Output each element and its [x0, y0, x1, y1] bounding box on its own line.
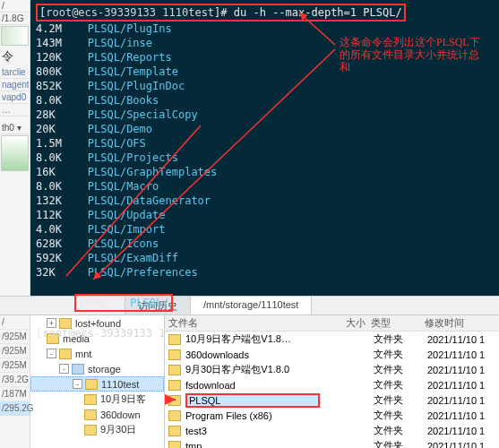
- file-row[interactable]: 360downloads文件夹2021/11/10 1: [165, 347, 499, 362]
- du-row: 28K PLSQL/SpecialCopy: [36, 108, 494, 122]
- file-date: 2021/11/10 1: [427, 410, 499, 421]
- file-name: fsdownload: [185, 380, 320, 391]
- total-size: 169M: [78, 297, 104, 309]
- file-name: 9月30日客户端包V1.8.0: [185, 363, 320, 376]
- tree-label: 9月30日: [100, 423, 136, 436]
- tree-item[interactable]: 360down: [30, 407, 164, 422]
- stat: vapd0: [0, 91, 30, 104]
- file-date: 2021/11/10 1: [427, 380, 499, 391]
- du-command: du -h --max-depth=1 PLSQL/: [234, 6, 402, 19]
- file-list-header: 文件名 大小 类型 修改时间: [165, 315, 499, 332]
- left-stats-panel: / /1.8G 令 tarclie nagent vapd0 … th0 ▾: [0, 0, 30, 296]
- stat: …: [0, 104, 30, 116]
- file-row[interactable]: 9月30日客户端包V1.8.0文件夹2021/11/10 1: [165, 362, 499, 377]
- du-row: 8.0K PLSQL/Macro: [36, 179, 494, 194]
- expand-icon[interactable]: -: [73, 379, 82, 389]
- folder-icon: [168, 426, 181, 436]
- du-row: 4.2M PLSQL/PlugIns: [36, 22, 494, 36]
- du-row: 20K PLSQL/Demo: [36, 122, 494, 136]
- file-date: 2021/11/10 1: [427, 334, 499, 345]
- file-type: 文件夹: [374, 332, 427, 346]
- col-name[interactable]: 文件名: [165, 316, 317, 330]
- folder-icon: [168, 395, 181, 406]
- col-date[interactable]: 修改时间: [425, 316, 499, 330]
- file-name: test3: [185, 426, 320, 436]
- stat: tarclie: [0, 66, 30, 79]
- file-row[interactable]: Program Files (x86)文件夹2021/11/10 1: [165, 408, 499, 423]
- file-row[interactable]: test3文件夹2021/11/10 1: [165, 423, 499, 438]
- du-row: 628K PLSQL/Icons: [36, 237, 494, 251]
- terminal[interactable]: [root@ecs-39339133 1110test]# du -h --ma…: [30, 0, 499, 296]
- folder-icon: [168, 365, 181, 375]
- annotation-text: 这条命令会列出这个PLSQL下 的所有文件目录大小并统计总 和: [340, 36, 492, 73]
- du-row: 16K PLSQL/GraphTemplates: [36, 165, 494, 179]
- folder-icon: [84, 409, 97, 420]
- tree-label: 10月9日客: [100, 392, 146, 406]
- file-name: PLSQL: [185, 393, 320, 408]
- file-row[interactable]: fsdownload文件夹2021/11/10 1: [165, 377, 499, 392]
- file-name: Program Files (x86): [185, 410, 320, 421]
- tree-item[interactable]: -mnt: [30, 346, 164, 361]
- side-stat: /295.2G: [0, 401, 30, 416]
- side-stat: /925M: [0, 358, 30, 373]
- du-row: 112K PLSQL/Update: [36, 208, 494, 222]
- folder-icon: [84, 425, 97, 435]
- file-date: 2021/11/10 1: [427, 349, 499, 360]
- side-stat: /187M: [0, 387, 30, 401]
- file-name: tmp: [185, 441, 320, 449]
- tree-item[interactable]: 9月30日: [30, 422, 164, 437]
- side-stat: /39.2G: [0, 373, 30, 387]
- du-row: 8.0K PLSQL/Books: [36, 93, 494, 108]
- file-date: 2021/11/10 1: [427, 426, 499, 436]
- col-type[interactable]: 类型: [371, 316, 425, 330]
- folder-icon: [72, 364, 84, 375]
- folder-icon: [59, 349, 72, 359]
- file-name: 360downloads: [185, 349, 320, 360]
- file-list-panel[interactable]: 文件名 大小 类型 修改时间 10月9日客户端包V1.8…文件夹2021/11/…: [165, 315, 499, 448]
- prompt-host: root@ecs-39339133 1110test: [46, 6, 214, 19]
- side-stat: /925M: [0, 344, 30, 358]
- folder-icon: [168, 410, 181, 421]
- file-name: 10月9日客户端包V1.8…: [185, 332, 320, 346]
- file-type: 文件夹: [374, 393, 427, 407]
- tree-label: storage: [88, 364, 121, 375]
- folder-icon: [168, 349, 181, 360]
- col-size[interactable]: 大小: [317, 316, 371, 330]
- folder-icon: [84, 394, 97, 405]
- file-type: 文件夹: [374, 348, 427, 361]
- file-date: 2021/11/10 1: [427, 365, 499, 375]
- file-type: 文件夹: [374, 363, 427, 376]
- tree-label: 360down: [100, 409, 141, 420]
- file-row[interactable]: 10月9日客户端包V1.8…文件夹2021/11/10 1: [165, 332, 499, 347]
- stat: /1.8G: [0, 13, 30, 25]
- tree-item[interactable]: -storage: [30, 361, 164, 376]
- file-row[interactable]: tmp文件夹2021/11/10 1: [165, 438, 499, 448]
- du-row: 8.0K PLSQL/Projects: [36, 151, 494, 165]
- tree-item[interactable]: 10月9日客: [30, 392, 164, 407]
- tree-label: mnt: [75, 349, 91, 359]
- file-row[interactable]: PLSQL文件夹2021/11/10 1: [165, 392, 499, 408]
- tree-item[interactable]: -1110test: [30, 376, 164, 392]
- side-stat: /: [0, 315, 30, 330]
- file-type: 文件夹: [374, 439, 427, 448]
- command-line: [root@ecs-39339133 1110test]# du -h --ma…: [36, 4, 494, 22]
- command-highlight-box: [root@ecs-39339133 1110test]# du -h --ma…: [36, 4, 406, 22]
- expand-icon[interactable]: -: [59, 364, 69, 374]
- usage-graph: [1, 26, 29, 46]
- file-type: 文件夹: [374, 409, 427, 422]
- side-stat: /925M: [0, 330, 30, 344]
- folder-icon: [168, 441, 181, 449]
- folder-icon: [85, 379, 98, 390]
- file-date: 2021/11/10 1: [427, 441, 499, 449]
- file-type: 文件夹: [374, 424, 427, 437]
- du-row: 4.0K PLSQL/Import: [36, 222, 494, 237]
- stat-label: 令: [0, 47, 30, 66]
- folder-icon: [168, 380, 181, 391]
- du-row: 1.5M PLSQL/OFS: [36, 136, 494, 151]
- expand-icon[interactable]: -: [47, 349, 56, 358]
- sidebar-stats: //925M/925M/925M/39.2G/187M/295.2G: [0, 315, 30, 448]
- tree-label: 1110test: [101, 379, 139, 390]
- net-graph: [1, 135, 29, 171]
- total-path: PLSQL/: [130, 297, 168, 309]
- file-type: 文件夹: [374, 378, 427, 392]
